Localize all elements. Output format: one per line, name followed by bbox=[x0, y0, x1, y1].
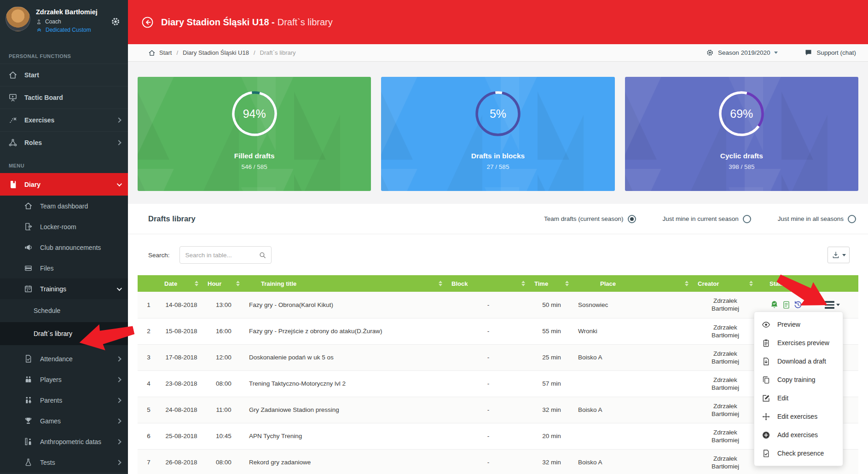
season-selector[interactable]: Season 2019/2020 bbox=[706, 49, 778, 57]
radio-selected-icon[interactable] bbox=[628, 215, 636, 223]
avatar[interactable] bbox=[6, 6, 30, 31]
menu-item-edit[interactable]: Edit bbox=[754, 389, 843, 407]
support-chat-link[interactable]: Support (chat) bbox=[804, 49, 856, 57]
menu-item-copy-training[interactable]: Copy training bbox=[754, 370, 843, 389]
cell-hour: 16:00 bbox=[203, 318, 244, 344]
sidebar-item-games[interactable]: Games bbox=[0, 410, 128, 431]
page-title: Diary Stadion Śląski U18 - bbox=[161, 17, 275, 27]
drafts-table: Date Hour Training title Block Time Plac… bbox=[138, 275, 858, 474]
menu-item-add-exercises[interactable]: Add exercises bbox=[754, 426, 843, 444]
col-creator[interactable]: Creator bbox=[693, 275, 758, 292]
export-button[interactable] bbox=[827, 247, 850, 263]
cell-creator: ZdrzałekBartłomiej bbox=[693, 318, 758, 344]
row-number: 7 bbox=[138, 449, 160, 474]
sidebar-item-tests[interactable]: Tests bbox=[0, 452, 128, 473]
cell-block: - bbox=[447, 449, 530, 474]
chevron-right-icon bbox=[116, 460, 121, 465]
sidebar-item-trainings[interactable]: Trainings bbox=[0, 278, 128, 299]
card-ratio: 398 / 585 bbox=[625, 163, 858, 170]
sidebar-item-roles[interactable]: Roles bbox=[0, 131, 128, 154]
breadcrumb-start[interactable]: Start bbox=[159, 49, 172, 56]
app-window: Zdrzałek Bartłomiej Coach Dedicated Cust… bbox=[0, 0, 868, 474]
menu-item-exercises-preview[interactable]: Exercises preview bbox=[754, 334, 843, 352]
menu-item-edit-exercises[interactable]: Edit exercises bbox=[754, 407, 843, 426]
card-filled-drafts: 94% Filled drafts 546 / 585 bbox=[138, 77, 371, 191]
col-time[interactable]: Time bbox=[530, 275, 573, 292]
card-label: Filled drafts bbox=[138, 152, 371, 160]
col-hour[interactable]: Hour bbox=[203, 275, 244, 292]
cell-date: 17-08-2018 bbox=[160, 344, 203, 370]
col-training-title[interactable]: Training title bbox=[244, 275, 447, 292]
chevron-down-icon bbox=[836, 304, 840, 306]
col-block[interactable]: Block bbox=[447, 275, 530, 292]
radio-icon[interactable] bbox=[848, 215, 856, 223]
chevron-right-icon bbox=[116, 117, 121, 122]
percent-value: 94% bbox=[231, 90, 278, 138]
cell-place: Boisko A bbox=[573, 397, 693, 423]
ruler-person-icon bbox=[24, 437, 33, 446]
sidebar-item-schedule[interactable]: Schedule bbox=[0, 299, 128, 322]
cell-hour: 10:45 bbox=[203, 423, 244, 449]
cell-time: 32 min bbox=[530, 449, 573, 474]
cell-date: 23-08-2018 bbox=[160, 370, 203, 397]
card-cyclic-drafts: 69% Cyclic drafts 398 / 585 bbox=[625, 77, 858, 191]
col-date[interactable]: Date bbox=[160, 275, 203, 292]
user-panel: Zdrzałek Bartłomiej Coach Dedicated Cust… bbox=[0, 0, 128, 44]
user-name: Zdrzałek Bartłomiej bbox=[36, 8, 98, 16]
card-ratio: 546 / 585 bbox=[138, 163, 371, 170]
sidebar-item-club-announcements[interactable]: Club announcements bbox=[0, 237, 128, 258]
sidebar-item-parents[interactable]: Parents bbox=[0, 390, 128, 410]
progress-ring: 5% bbox=[474, 90, 522, 138]
sidebar-item-tactic-board[interactable]: Tactic Board bbox=[0, 86, 128, 109]
filter-mine-all-seasons[interactable]: Just mine in all seasons bbox=[778, 215, 856, 223]
col-place[interactable]: Place bbox=[573, 275, 693, 292]
cell-training-title: Rekord gry zadaniowe bbox=[244, 449, 447, 474]
home-icon[interactable] bbox=[148, 49, 156, 57]
search-label: Search: bbox=[148, 252, 170, 259]
home-icon bbox=[8, 70, 17, 80]
sidebar-item-files[interactable]: Files bbox=[0, 258, 128, 278]
chevron-right-icon bbox=[116, 439, 121, 444]
sidebar-item-exercises[interactable]: Exercises bbox=[0, 109, 128, 131]
cell-place: Wronki bbox=[573, 318, 693, 344]
breadcrumb-diary[interactable]: Diary Stadion Śląski U18 bbox=[183, 49, 249, 56]
attendance-doc-icon bbox=[24, 354, 33, 363]
settings-gear-icon[interactable] bbox=[110, 17, 121, 27]
cell-time: 57 min bbox=[530, 370, 573, 397]
sidebar-item-players[interactable]: Players bbox=[0, 369, 128, 390]
radio-icon[interactable] bbox=[743, 215, 751, 223]
megaphone-icon bbox=[24, 243, 33, 252]
menu-item-download-draft[interactable]: Download a draft bbox=[754, 352, 843, 370]
sort-icon bbox=[518, 281, 525, 286]
sidebar-item-anthropometric-datas[interactable]: Anthropometric datas bbox=[0, 431, 128, 452]
cell-creator: ZdrzałekBartłomiej bbox=[693, 344, 758, 370]
back-icon[interactable] bbox=[141, 16, 154, 29]
search-input[interactable] bbox=[185, 252, 259, 259]
filter-team-drafts[interactable]: Team drafts (current season) bbox=[544, 215, 636, 223]
copy-icon bbox=[762, 376, 770, 384]
file-check-icon bbox=[762, 449, 770, 458]
card-drafts-in-blocks: 5% Drafts in blocks 27 / 585 bbox=[381, 77, 614, 191]
menu-item-preview[interactable]: Preview bbox=[754, 315, 843, 334]
sidebar-item-attendance[interactable]: Attendance bbox=[0, 348, 128, 369]
chevron-down-icon bbox=[774, 52, 778, 54]
plus-circle-icon bbox=[762, 431, 770, 439]
eye-icon bbox=[762, 320, 770, 329]
stat-cards: 94% Filled drafts 546 / 585 5% Drafts in… bbox=[128, 77, 868, 191]
cell-block: - bbox=[447, 423, 530, 449]
sidebar-item-team-dashboard[interactable]: Team dashboard bbox=[0, 196, 128, 216]
sort-icon bbox=[435, 281, 442, 286]
cell-time: 50 min bbox=[530, 292, 573, 318]
filter-mine-current-season[interactable]: Just mine in current season bbox=[663, 215, 751, 223]
page-subtitle: Draft`s library bbox=[278, 17, 333, 27]
breadcrumb-bar: Start / Diary Stadion Śląski U18 / Draft… bbox=[128, 44, 868, 62]
sidebar-item-start[interactable]: Start bbox=[0, 64, 128, 86]
sidebar-item-locker-room[interactable]: Locker-room bbox=[0, 216, 128, 237]
sidebar-item-diary[interactable]: Diary bbox=[0, 173, 128, 196]
user-plan-link[interactable]: Dedicated Custom bbox=[36, 27, 98, 33]
user-plan: Dedicated Custom bbox=[46, 27, 91, 33]
search-icon bbox=[259, 251, 266, 259]
calendar-icon bbox=[24, 284, 33, 293]
person-icon bbox=[36, 19, 42, 25]
menu-item-check-presence[interactable]: Check presence bbox=[754, 444, 843, 462]
